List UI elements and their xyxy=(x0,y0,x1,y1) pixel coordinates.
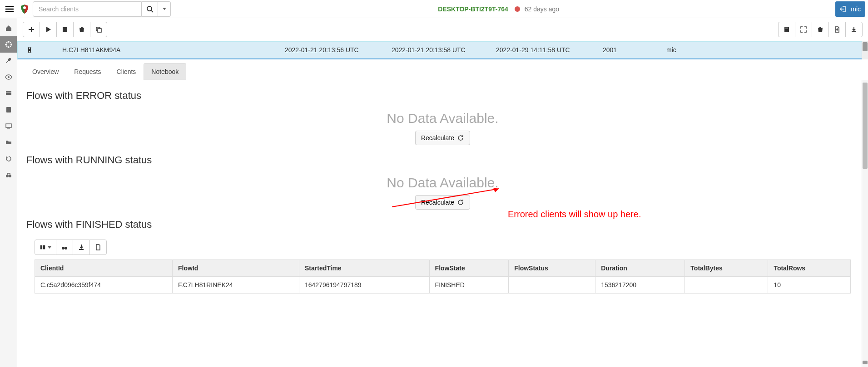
columns-button[interactable] xyxy=(35,240,56,255)
sidebar-artifacts[interactable] xyxy=(0,102,17,118)
sidebar-nav xyxy=(0,18,17,367)
cell-started: 1642796194797189 xyxy=(299,277,429,294)
annotation-text: Errored clients will show up here. xyxy=(508,209,641,220)
content-scrollbar[interactable] xyxy=(862,80,868,367)
th-totalrows[interactable]: TotalRows xyxy=(768,260,851,277)
cell-duration: 1536217200 xyxy=(595,277,685,294)
export-csv-button[interactable] xyxy=(89,240,107,255)
recalc-label: Recalculate xyxy=(421,199,454,206)
hunt-id-cell: H.C7LH811AKM94A xyxy=(59,44,281,55)
tab-notebook[interactable]: Notebook xyxy=(144,63,186,80)
sidebar-server[interactable] xyxy=(0,85,17,102)
trash-icon xyxy=(78,26,85,33)
export-button[interactable] xyxy=(828,22,846,37)
cell-totalrows: 10 xyxy=(768,277,851,294)
recalculate-running-button[interactable]: Recalculate xyxy=(415,195,470,210)
svg-line-2 xyxy=(151,10,153,12)
hunt-scrollbar[interactable] xyxy=(862,41,868,59)
binoculars-icon xyxy=(61,244,68,251)
notebook-button[interactable] xyxy=(778,22,795,37)
sidebar-files[interactable] xyxy=(0,134,17,151)
svg-rect-13 xyxy=(98,29,101,32)
tab-overview[interactable]: Overview xyxy=(25,63,66,80)
eye-icon xyxy=(5,73,12,81)
search-button[interactable] xyxy=(142,1,158,17)
th-clientid[interactable]: ClientId xyxy=(35,260,173,277)
monitor-icon xyxy=(5,122,12,130)
folder-icon xyxy=(5,139,12,146)
client-hostname[interactable]: DESKTOP-BTI2T9T-764 xyxy=(438,5,508,13)
search-dropdown[interactable] xyxy=(158,1,171,17)
table-row[interactable]: C.c5a2d096c359f474 F.C7LH81RINEK24 16427… xyxy=(35,277,851,294)
search-input[interactable] xyxy=(33,1,142,17)
cell-clientid: C.c5a2d096c359f474 xyxy=(35,277,173,294)
hunt-row-selected[interactable]: H.C7LH811AKM94A 2022-01-21 20:13:56 UTC … xyxy=(17,41,868,59)
download-button[interactable] xyxy=(845,22,863,37)
running-section-title: Flows with RUNNING status xyxy=(26,154,859,166)
binoculars-icon xyxy=(5,171,12,179)
tab-requests[interactable]: Requests xyxy=(66,63,109,80)
sidebar-search[interactable] xyxy=(0,167,17,183)
svg-rect-20 xyxy=(43,245,45,250)
delete-results-button[interactable] xyxy=(812,22,829,37)
svg-rect-6 xyxy=(6,93,11,95)
th-startedtime[interactable]: StartedTime xyxy=(299,260,429,277)
logout-icon xyxy=(840,5,847,13)
server-icon xyxy=(5,90,12,97)
app-logo xyxy=(19,4,30,15)
file-download-icon xyxy=(833,26,841,33)
svg-point-22 xyxy=(64,247,67,250)
recalc-label: Recalculate xyxy=(421,134,454,142)
hourglass-icon xyxy=(26,46,33,54)
recalculate-error-button[interactable]: Recalculate xyxy=(415,131,470,145)
new-hunt-button[interactable] xyxy=(23,22,40,37)
trash-icon xyxy=(817,26,824,33)
copy-hunt-button[interactable] xyxy=(90,22,107,37)
th-duration[interactable]: Duration xyxy=(595,260,685,277)
columns-icon xyxy=(40,244,46,250)
tab-clients[interactable]: Clients xyxy=(109,63,144,80)
plus-icon xyxy=(28,26,35,33)
cell-totalbytes xyxy=(685,277,768,294)
refresh-icon xyxy=(457,134,464,142)
th-totalbytes[interactable]: TotalBytes xyxy=(685,260,768,277)
run-hunt-button[interactable] xyxy=(40,22,57,37)
th-flowstatus[interactable]: FlowStatus xyxy=(509,260,595,277)
last-seen-text: 62 days ago xyxy=(525,5,559,13)
sidebar-hunts[interactable] xyxy=(0,36,17,53)
menu-toggle[interactable] xyxy=(3,4,16,14)
stop-hunt-button[interactable] xyxy=(56,22,74,37)
svg-rect-5 xyxy=(6,91,11,93)
inspect-button[interactable] xyxy=(56,240,73,255)
svg-rect-15 xyxy=(785,28,788,28)
svg-rect-11 xyxy=(63,27,67,32)
hunt-count-cell: 2001 xyxy=(599,44,663,55)
hunt-creator-cell: mic xyxy=(663,44,863,55)
fullscreen-button[interactable] xyxy=(795,22,812,37)
svg-point-21 xyxy=(62,247,64,250)
svg-point-1 xyxy=(147,6,152,11)
file-icon xyxy=(94,244,102,251)
sidebar-host[interactable] xyxy=(0,118,17,134)
th-flowid[interactable]: FlowId xyxy=(172,260,299,277)
sidebar-view[interactable] xyxy=(0,69,17,85)
cell-flowstatus xyxy=(509,277,595,294)
copy-icon xyxy=(95,26,102,33)
cell-flowstate: FINISHED xyxy=(429,277,509,294)
hunt-created-cell: 2022-01-21 20:13:56 UTC xyxy=(281,44,388,55)
search-icon xyxy=(146,5,154,13)
finished-table: ClientId FlowId StartedTime FlowState Fl… xyxy=(35,259,851,294)
download-table-button[interactable] xyxy=(73,240,90,255)
sidebar-history[interactable] xyxy=(0,151,17,167)
svg-rect-16 xyxy=(785,29,788,29)
username-label: mic xyxy=(851,5,861,13)
svg-rect-7 xyxy=(6,107,11,113)
error-nodata: No Data Available. xyxy=(26,111,859,126)
user-menu[interactable]: mic xyxy=(835,1,865,17)
th-flowstate[interactable]: FlowState xyxy=(429,260,509,277)
sidebar-tools[interactable] xyxy=(0,53,17,69)
sidebar-home[interactable] xyxy=(0,20,17,36)
refresh-icon xyxy=(457,199,464,206)
delete-hunt-button[interactable] xyxy=(73,22,90,37)
svg-point-0 xyxy=(23,6,26,9)
